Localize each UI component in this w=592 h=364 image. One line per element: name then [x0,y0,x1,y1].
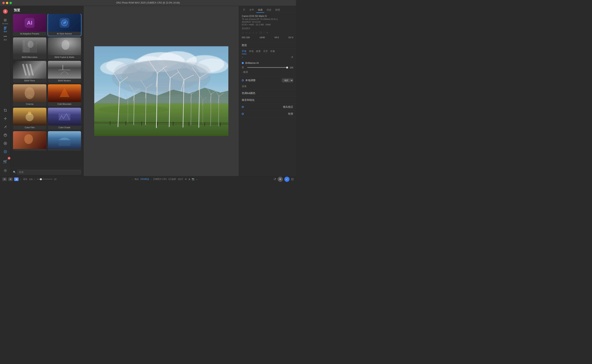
preset-card-color-film[interactable]: Color Film [13,108,46,130]
amount-slider-track[interactable] [247,67,286,68]
upload-icon[interactable]: ↑ [242,56,243,59]
preset-thumb-extra1 [13,131,46,149]
edit-tool[interactable]: 编辑 [1,26,9,33]
close-button[interactable] [2,2,5,4]
confirm-action-button[interactable]: ✓ [284,177,289,182]
noise-title: 噪音和锐化 [242,98,255,102]
preset-card-bw-films[interactable]: B&W Films [13,61,46,83]
eye-icon[interactable]: 👁 [185,178,187,180]
text-icon[interactable]: A [188,178,190,180]
exif-row: ISO 100 1/640 f/4.5 EV 0 [242,35,293,40]
micro-tune-row[interactable]: › 微调 [242,70,293,75]
retouch-tool[interactable] [1,123,9,131]
svg-marker-6 [5,117,6,117]
preset-card-ai-adaptive[interactable]: AI AI Adaptive Presets [13,14,46,36]
paint-tool[interactable] [1,131,9,139]
main-content [84,6,239,176]
noise-section[interactable]: 噪音和锐化 [239,97,296,104]
zoom-slider[interactable] [37,179,53,179]
zoom-chevron[interactable]: ⌄ [33,178,35,180]
color-tone-section[interactable]: 色调&&颜色 [239,90,296,97]
preset-label-bw-faded: B&W Faded & Matte [48,55,81,59]
region-selector[interactable]: 地区 [282,78,293,82]
settings-tool[interactable] [1,167,9,175]
location-label[interactable]: 地点 [135,178,139,181]
preset-card-extra2[interactable] [48,131,81,151]
image-dimensions: 6720 × 4480 · 32.2 MB · RAW [242,23,293,26]
svg-point-14 [5,151,6,152]
reject-icon[interactable]: ✕ [266,31,268,34]
star-3[interactable]: ☆ [249,31,251,34]
color-swatch[interactable] [259,31,262,34]
transform-title: 转变 [288,112,293,116]
dev-tab-develop[interactable]: 开发 [242,50,247,54]
svg-marker-32 [61,97,68,99]
expand-icon[interactable]: ⌄ [196,178,198,180]
edit-label: 编辑 [4,30,7,33]
shutter-value: 1/640 [260,36,265,39]
minimize-button[interactable] [6,2,8,4]
preset-card-extra1[interactable] [13,131,46,151]
ev-value: EV 0 [289,36,293,39]
browse-tool[interactable]: ⊞ Browse [1,17,9,25]
local-adj-header[interactable]: 本地调整 地区 [239,77,296,84]
dev-tab-effects[interactable]: 效果 [256,50,261,54]
star-2[interactable]: ☆ [245,31,248,34]
mask-tool[interactable] [1,139,9,147]
view-toggle-icon[interactable]: ⊟ [291,177,294,181]
transform-tool[interactable] [1,115,9,123]
browse-label: Browse [2,23,8,25]
single-view-btn[interactable]: ▣ [14,177,19,181]
preset-card-bw-faded[interactable]: B&W Faded & Matte [48,37,81,59]
dev-tab-sky[interactable]: 天空 [263,50,268,54]
star-4[interactable]: ☆ [252,31,254,34]
star-5[interactable]: ☆ [255,31,258,34]
dev-tab-local[interactable]: 本地 [249,50,254,54]
brilliance-ai-header[interactable]: Brilliance AI [239,60,296,66]
preset-card-cinema[interactable]: Cinema [13,84,46,106]
tab-no[interactable]: 不 [241,7,247,13]
dev-tab-portrait[interactable]: 肖像 [270,50,275,54]
search-input[interactable] [17,170,81,175]
transform-section[interactable]: 转变 [239,110,296,117]
preset-card-color-grade[interactable]: Color Grade [48,108,81,130]
cart-tool[interactable]: 🛒 30 [1,158,9,165]
local-adj-title: 本地调整 [245,78,282,82]
collection-name[interactable]: ON1样品 [141,178,149,181]
main-layout: S ⊞ Browse 编辑 ••• 更多 [0,6,296,176]
star-1[interactable]: ☆ [242,31,244,34]
preset-card-ai-style[interactable]: AI Style Advisor [48,14,81,36]
camera-icon[interactable]: 📷 [192,178,195,180]
tab-snapshot[interactable]: 快照 [274,7,282,13]
local-adj-dot [242,79,244,81]
tab-level[interactable]: 水平 [248,7,256,13]
browse-icon: ⊞ [4,18,7,22]
preset-card-bw-alt[interactable]: B&W Alternative [13,37,46,59]
tab-history[interactable]: 历史 [265,7,273,13]
undo-button[interactable]: ↺ [274,177,276,181]
grid-view-btn[interactable]: ⊞ [8,177,13,181]
more-icon: ••• [4,35,7,38]
cart-icon: 🛒 [3,159,7,164]
more-tool[interactable]: ••• 更多 [1,34,9,42]
amount-slider-row: 量 100 [242,66,293,69]
select-tool[interactable] [1,148,9,156]
preset-card-cold-mountain[interactable]: Cold Mountain [48,84,81,106]
reset-icon[interactable]: ↺ [291,56,293,59]
svg-point-98 [146,88,147,89]
lens-correction-section[interactable]: 镜头校正 [239,104,296,110]
amount-label: 量 [242,66,246,69]
preset-card-bw-modern[interactable]: B&W Modern [48,61,81,83]
filmstrip-view-btn[interactable]: ⊟ [2,177,7,181]
brilliance-ai-body: 量 100 › 微调 [239,66,296,77]
micro-tune-label: 微调 [243,71,248,74]
preset-label-bw-alt: B&W Alternative [13,55,46,59]
tab-info[interactable]: 信息 [256,7,264,13]
crop-tool[interactable] [1,106,9,114]
maximize-button[interactable] [9,2,12,4]
cancel-action-button[interactable]: ✕ [278,177,283,182]
zoom-slider-thumb [40,178,42,180]
heart-icon[interactable]: ♡ [263,31,265,34]
dev-tools-row: ↑ ↺ [239,54,296,60]
preset-label-bw-modern: B&W Modern [48,78,81,83]
